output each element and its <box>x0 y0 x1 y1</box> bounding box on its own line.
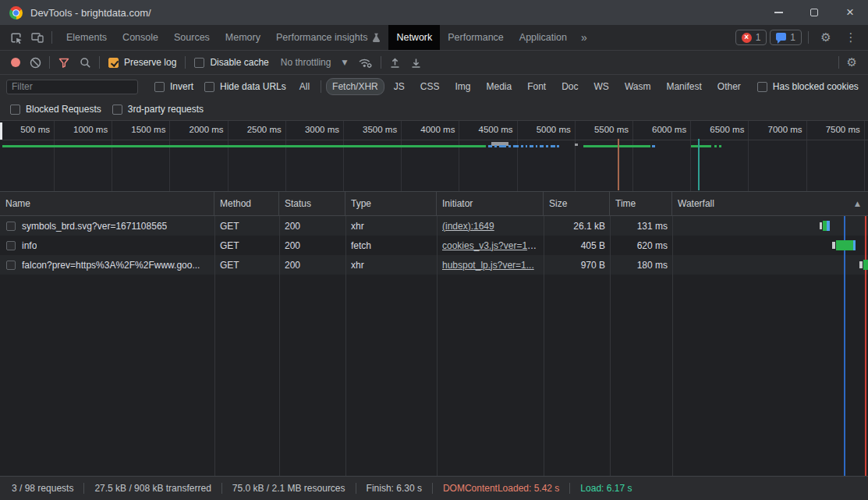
column-separator <box>437 216 438 476</box>
type-filter-js[interactable]: JS <box>388 78 411 95</box>
preserve-log-toggle[interactable]: Preserve log <box>103 57 182 68</box>
type-filter-font[interactable]: Font <box>521 78 552 95</box>
preserve-log-checkbox[interactable] <box>108 58 119 68</box>
error-count-badge[interactable]: × 1 <box>735 30 767 45</box>
column-header-waterfall[interactable]: Waterfall▲ <box>672 192 868 215</box>
request-name-cell[interactable]: info <box>0 240 214 251</box>
waterfall-green-bar <box>863 260 868 270</box>
type-filter-ws[interactable]: WS <box>588 78 615 95</box>
device-toolbar-icon[interactable] <box>27 27 48 48</box>
column-header-label: Initiator <box>442 198 473 209</box>
type-filter-img[interactable]: Img <box>448 78 477 95</box>
timeline-gridline <box>864 121 865 191</box>
search-icon[interactable] <box>75 53 96 72</box>
column-header-name[interactable]: Name <box>0 192 214 215</box>
inspect-element-icon[interactable] <box>5 27 27 48</box>
type-filter-css[interactable]: CSS <box>414 78 446 95</box>
waterfall-cell[interactable] <box>672 216 868 236</box>
has-blocked-cookies-toggle[interactable]: Has blocked cookies <box>752 81 864 92</box>
issues-count-badge[interactable]: 1 <box>770 30 802 45</box>
initiator-link[interactable]: hubspot_lp.js?ver=1... <box>442 260 534 271</box>
waterfall-cell[interactable] <box>672 236 868 255</box>
overview-activity-blue <box>536 145 537 147</box>
type-filter-all[interactable]: All <box>293 78 316 95</box>
timeline-tick-label: 4500 ms <box>459 125 513 134</box>
type-filter-doc[interactable]: Doc <box>555 78 584 95</box>
column-header-status[interactable]: Status <box>279 192 345 215</box>
row-checkbox[interactable] <box>6 241 16 250</box>
waterfall-queueing-tick <box>820 222 822 229</box>
type-filter-fetch-xhr[interactable]: Fetch/XHR <box>326 78 384 95</box>
type-filter-manifest[interactable]: Manifest <box>660 78 707 95</box>
export-har-icon[interactable] <box>406 53 427 72</box>
tab-memory[interactable]: Memory <box>218 25 268 50</box>
column-header-type[interactable]: Type <box>345 192 437 215</box>
column-header-method[interactable]: Method <box>214 192 279 215</box>
waterfall-queueing-tick <box>832 242 835 249</box>
request-initiator: cookies_v3.js?ver=16... <box>437 240 544 251</box>
dom-content-loaded-line <box>618 139 619 190</box>
column-header-initiator[interactable]: Initiator <box>437 192 544 215</box>
tab-network[interactable]: Network <box>388 25 440 50</box>
request-row[interactable]: symbols_brd.svg?ver=1671108565GET200xhr(… <box>0 216 868 236</box>
blocked-requests-checkbox[interactable] <box>10 105 20 115</box>
disable-cache-toggle[interactable]: Disable cache <box>189 57 274 68</box>
issues-count: 1 <box>790 32 795 43</box>
tab-performance[interactable]: Performance <box>440 25 512 50</box>
third-party-toggle[interactable]: 3rd-party requests <box>107 104 209 115</box>
tab-performance-insights[interactable]: Performance insights <box>268 25 388 50</box>
maximize-button[interactable] <box>796 0 832 25</box>
request-name-cell[interactable]: falcon?prev=https%3A%2F%2Fwww.goo... <box>0 260 214 271</box>
import-har-icon[interactable] <box>384 53 406 72</box>
request-name-cell[interactable]: symbols_brd.svg?ver=1671108565 <box>0 221 214 232</box>
tab-console[interactable]: Console <box>115 25 166 50</box>
chevron-down-icon: ▼ <box>342 59 347 66</box>
column-header-size[interactable]: Size <box>544 192 610 215</box>
type-filter-wasm[interactable]: Wasm <box>618 78 657 95</box>
disable-cache-checkbox[interactable] <box>194 58 204 68</box>
third-party-checkbox[interactable] <box>112 105 122 115</box>
status-: 3 / 98 requests <box>2 483 83 494</box>
close-button[interactable]: × <box>832 0 868 25</box>
tab-elements[interactable]: Elements <box>58 25 115 50</box>
column-header-time[interactable]: Time <box>610 192 672 215</box>
invert-checkbox[interactable] <box>154 82 165 92</box>
throttling-select[interactable]: No throttling ▼ <box>275 57 354 68</box>
record-button[interactable] <box>6 53 25 72</box>
request-row[interactable]: falcon?prev=https%3A%2F%2Fwww.goo...GET2… <box>0 255 868 275</box>
menu-dots-icon[interactable]: ⋮ <box>840 27 862 48</box>
filter-funnel-icon[interactable] <box>53 53 75 72</box>
network-settings-gear-icon[interactable]: ⚙ <box>842 53 862 72</box>
status-kb: 75.0 kB / 2.1 MB resources <box>221 483 356 494</box>
hide-data-urls-toggle[interactable]: Hide data URLs <box>199 81 292 92</box>
initiator-link[interactable]: cookies_v3.js?ver=16... <box>442 240 540 251</box>
column-header-label: Waterfall <box>678 198 714 209</box>
initiator-link[interactable]: (index):1649 <box>442 221 494 232</box>
type-filter-media[interactable]: Media <box>480 78 518 95</box>
more-tabs-button[interactable]: » <box>575 25 593 50</box>
divider <box>185 56 186 69</box>
row-checkbox[interactable] <box>6 222 16 231</box>
invert-toggle[interactable]: Invert <box>149 81 199 92</box>
minimize-button[interactable] <box>760 0 796 25</box>
hide-data-urls-checkbox[interactable] <box>204 82 214 92</box>
row-checkbox[interactable] <box>6 261 16 270</box>
network-conditions-icon[interactable] <box>353 53 377 72</box>
network-overview-timeline[interactable]: 500 ms1000 ms1500 ms2000 ms2500 ms3000 m… <box>0 121 868 192</box>
request-method: GET <box>214 260 279 271</box>
request-table-body: symbols_brd.svg?ver=1671108565GET200xhr(… <box>0 216 868 476</box>
waterfall-cell[interactable] <box>672 255 868 275</box>
has-blocked-cookies-checkbox[interactable] <box>757 82 767 92</box>
request-row[interactable]: infoGET200fetchcookies_v3.js?ver=16...40… <box>0 236 868 255</box>
tab-sources[interactable]: Sources <box>166 25 218 50</box>
clear-button[interactable] <box>25 53 46 72</box>
settings-gear-icon[interactable]: ⚙ <box>815 27 837 48</box>
overview-activity-blue <box>521 145 523 147</box>
request-type: xhr <box>345 221 437 232</box>
request-name: symbols_brd.svg?ver=1671108565 <box>22 221 167 232</box>
type-filter-other[interactable]: Other <box>711 78 747 95</box>
filter-input[interactable] <box>6 80 138 94</box>
status-bar: 3 / 98 requests27.5 kB / 908 kB transfer… <box>0 476 868 500</box>
blocked-requests-toggle[interactable]: Blocked Requests <box>5 104 107 115</box>
tab-application[interactable]: Application <box>512 25 575 50</box>
